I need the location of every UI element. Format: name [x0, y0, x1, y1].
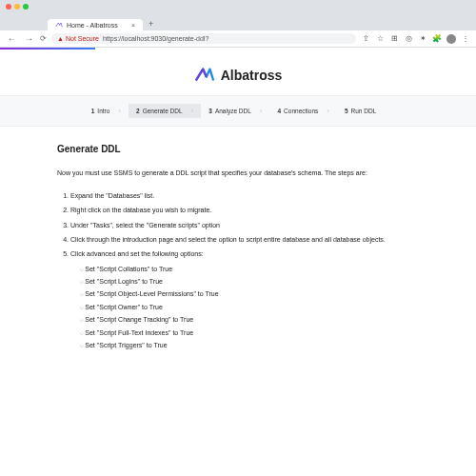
browser-toolbar: ← → ⟳ ▲ Not Secure https://localhost:903…	[0, 30, 476, 48]
address-bar[interactable]: ▲ Not Secure https://localhost:9030/gene…	[51, 33, 356, 44]
app-logo-icon	[194, 65, 215, 86]
favicon-icon	[55, 21, 63, 29]
kebab-menu-icon[interactable]: ⋮	[461, 34, 470, 43]
browser-chrome: Home - Albatross × +	[0, 0, 476, 30]
not-secure-badge[interactable]: ▲ Not Secure	[57, 35, 99, 42]
intro-text: Now you must use SSMS to generate a DDL …	[57, 168, 419, 178]
list-item-text: Click advanced and set the following opt…	[70, 250, 204, 257]
list-item: Set "Script Owner" to True	[80, 301, 419, 313]
instruction-list: Expand the "Databases" list. Right click…	[57, 189, 419, 351]
extension-icon-3[interactable]: ✶	[418, 34, 427, 43]
app-title: Albatross	[221, 68, 283, 83]
list-item: Set "Script Change Tracking" to True	[80, 313, 419, 326]
list-item: Expand the "Databases" list.	[70, 189, 419, 202]
star-icon[interactable]: ☆	[375, 34, 385, 43]
list-item: Click advanced and set the following opt…	[70, 248, 419, 351]
list-item: Right click on the database you wish to …	[70, 204, 419, 216]
list-item: Under "Tasks", select the "Generate scri…	[70, 219, 419, 231]
app-header: Albatross	[0, 50, 476, 95]
close-window-button[interactable]	[6, 4, 11, 10]
extension-icon[interactable]: ⊞	[389, 34, 399, 43]
window-controls	[0, 0, 476, 13]
extension-icon-2[interactable]: ◎	[404, 34, 413, 43]
toolbar-right: ⇪ ☆ ⊞ ◎ ✶ 🧩 ⋮	[361, 34, 470, 44]
browser-tab[interactable]: Home - Albatross ×	[48, 19, 143, 30]
minimize-window-button[interactable]	[14, 4, 20, 10]
not-secure-label: Not Secure	[66, 35, 99, 42]
tab-title: Home - Albatross	[67, 22, 118, 29]
step-intro[interactable]: 1Intro	[84, 104, 129, 118]
forward-button[interactable]: →	[23, 34, 35, 44]
profile-avatar[interactable]	[446, 34, 456, 44]
step-generate-ddl[interactable]: 2Generate DDL	[129, 104, 201, 118]
new-tab-button[interactable]: +	[143, 17, 159, 30]
sub-instruction-list: Set "Script Collations" to True Set "Scr…	[70, 263, 419, 352]
extensions-menu-icon[interactable]: 🧩	[432, 34, 442, 43]
list-item: Click through the introduction page and …	[70, 233, 419, 246]
list-item: Set "Script Full-Text Indexes" to True	[80, 327, 419, 339]
step-connections[interactable]: 4Connections	[269, 104, 336, 118]
list-item: Set "Script Object-Level Permissions" to…	[80, 288, 419, 300]
list-item: Set "Script Collations" to True	[80, 263, 419, 275]
step-run-ddl[interactable]: 5Run DDL	[337, 104, 392, 118]
reload-button[interactable]: ⟳	[40, 34, 47, 43]
step-analyze-ddl[interactable]: 3Analyze DDL	[201, 104, 269, 118]
close-tab-icon[interactable]: ×	[131, 22, 135, 29]
url-text: https://localhost:9030/generate-ddl?	[103, 35, 208, 42]
back-button[interactable]: ←	[6, 34, 18, 44]
maximize-window-button[interactable]	[23, 4, 29, 10]
share-icon[interactable]: ⇪	[361, 34, 370, 43]
page-heading: Generate DDL	[57, 144, 419, 154]
list-item: Set "Script Triggers" to True	[80, 339, 419, 351]
tab-bar: Home - Albatross × +	[0, 13, 476, 30]
list-item: Set "Script Logins" to True	[80, 275, 419, 288]
page-content: Generate DDL Now you must use SSMS to ge…	[0, 127, 476, 391]
wizard-stepper: 1Intro 2Generate DDL 3Analyze DDL 4Conne…	[0, 95, 476, 127]
